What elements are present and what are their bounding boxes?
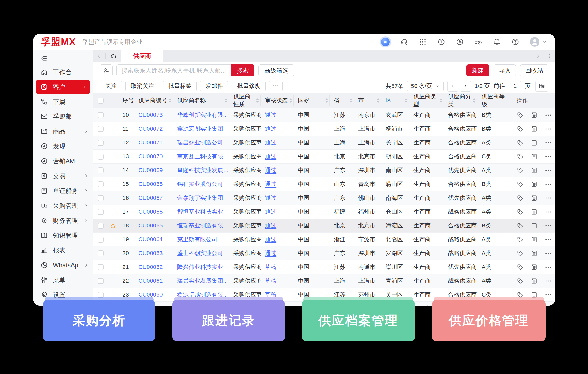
row-tag-button[interactable] xyxy=(517,264,524,271)
row-more-button[interactable] xyxy=(545,236,552,243)
row-tag-button[interactable] xyxy=(517,278,524,285)
row-more-button[interactable] xyxy=(545,125,552,132)
row-checkbox[interactable] xyxy=(98,112,104,118)
table-row[interactable]: 22CU00061瑞景实业发展集团...采购供应商草稿中国上海上海市青浦区生产商… xyxy=(93,274,555,288)
table-row[interactable]: 17CU00066智恒基业科技实业采购供应商通过中国福建福州市仓山区生产商战略供… xyxy=(93,205,555,219)
supplier-code-link[interactable]: CU00073 xyxy=(139,112,163,118)
sidebar-item-shipping[interactable]: 单证船务 xyxy=(33,183,93,198)
recycle-bin-button[interactable]: 回收站 xyxy=(520,64,548,76)
supplier-name-link[interactable]: 瑞景实业发展集团... xyxy=(177,277,228,285)
create-button[interactable]: 新建 xyxy=(466,64,489,76)
sidebar-item-marketing[interactable]: 营销AM xyxy=(33,154,93,168)
batch-tag-button[interactable]: 批量标签 xyxy=(163,81,197,91)
sort-icon[interactable] xyxy=(289,98,292,103)
audit-status-link[interactable]: 通过 xyxy=(265,111,276,119)
supplier-code-link[interactable]: CU00062 xyxy=(139,264,163,270)
prev-page-button[interactable] xyxy=(447,81,458,92)
row-checkbox[interactable] xyxy=(98,209,104,215)
row-detail-button[interactable] xyxy=(531,167,538,174)
notifications-icon[interactable] xyxy=(493,38,501,46)
table-row[interactable]: 14CU00069昌隆科技实业发展…采购供应商通过中国广东深圳市南山区生产商优先… xyxy=(93,164,555,177)
row-detail-button[interactable] xyxy=(531,139,538,146)
supplier-name-link[interactable]: 华峰创新实业有限... xyxy=(177,111,228,119)
row-checkbox[interactable] xyxy=(98,264,104,270)
search-input[interactable] xyxy=(116,64,231,76)
column-header[interactable]: 供应商性质 xyxy=(229,93,261,108)
row-tag-button[interactable] xyxy=(517,250,524,257)
tab-supplier[interactable]: 供应商 xyxy=(121,50,163,62)
supplier-code-link[interactable]: CU00069 xyxy=(139,167,163,174)
audit-status-link[interactable]: 通过 xyxy=(265,222,276,230)
column-settings-button[interactable] xyxy=(535,81,548,92)
feature-card[interactable]: 供应价格管理 xyxy=(432,300,546,341)
row-tag-button[interactable] xyxy=(517,236,524,243)
sidebar-item-discover[interactable]: 发现 xyxy=(33,139,93,154)
sidebar-item-goods[interactable]: 商品 xyxy=(33,124,93,139)
sort-icon[interactable] xyxy=(473,98,476,103)
column-header[interactable]: 供应商编号 xyxy=(134,93,173,108)
select-all-checkbox[interactable] xyxy=(98,98,104,104)
supplier-code-link[interactable]: CU00071 xyxy=(139,139,163,146)
supplier-name-link[interactable]: 隆兴伟业科技实业 xyxy=(177,263,223,271)
column-header[interactable]: 区 xyxy=(381,93,409,108)
row-detail-button[interactable] xyxy=(531,278,538,285)
table-row[interactable]: 12CU00071瑞昌盛业制造公司采购供应商通过中国上海上海市长宁区生产商合格供… xyxy=(93,136,555,150)
supplier-code-link[interactable]: CU00067 xyxy=(139,195,163,201)
collapse-sidebar-icon[interactable] xyxy=(40,55,47,62)
row-detail-button[interactable] xyxy=(531,222,538,229)
row-detail-button[interactable] xyxy=(531,112,538,119)
tab-back-button[interactable] xyxy=(93,50,105,62)
table-row[interactable]: 21CU00062隆兴伟业科技实业采购供应商草稿中国江苏南通市崇川区生产商优先供… xyxy=(93,260,555,274)
row-detail-button[interactable] xyxy=(531,264,538,271)
row-tag-button[interactable] xyxy=(517,167,524,174)
user-avatar-menu[interactable] xyxy=(530,37,547,47)
audit-status-link[interactable]: 通过 xyxy=(265,236,276,243)
supplier-name-link[interactable]: 鑫源卓越制造有限... xyxy=(177,291,228,299)
row-more-button[interactable] xyxy=(545,250,552,257)
row-checkbox[interactable] xyxy=(98,126,104,132)
supplier-code-link[interactable]: CU00061 xyxy=(139,278,163,284)
import-button[interactable]: 导入 xyxy=(494,64,516,76)
apps-grid-icon[interactable] xyxy=(419,38,427,46)
column-header[interactable]: 省 xyxy=(330,93,354,108)
sidebar-item-customer[interactable]: 客户 xyxy=(36,80,90,94)
audit-status-link[interactable]: 草稿 xyxy=(265,291,276,299)
audit-status-link[interactable]: 通过 xyxy=(265,166,276,174)
supplier-name-link[interactable]: 克里斯有限公司 xyxy=(177,236,217,243)
row-checkbox[interactable] xyxy=(98,292,104,298)
supplier-name-link[interactable]: 智恒基业科技实业 xyxy=(177,208,223,216)
row-detail-button[interactable] xyxy=(531,236,538,243)
search-button[interactable]: 搜索 xyxy=(231,64,254,76)
row-tag-button[interactable] xyxy=(517,125,524,132)
sort-icon[interactable] xyxy=(439,98,442,103)
supplier-code-link[interactable]: CU00068 xyxy=(139,181,163,188)
sidebar-item-finance[interactable]: 财务管理 xyxy=(33,213,93,228)
ai-assistant-icon[interactable]: AI xyxy=(381,38,390,46)
row-tag-button[interactable] xyxy=(517,112,524,119)
row-checkbox[interactable] xyxy=(98,154,104,160)
audit-status-link[interactable]: 草稿 xyxy=(265,277,276,285)
audit-status-link[interactable]: 通过 xyxy=(265,125,276,133)
audit-status-link[interactable]: 通过 xyxy=(265,208,276,216)
whatsapp-icon[interactable] xyxy=(456,38,464,46)
supplier-name-link[interactable]: 锦程实业股份公司 xyxy=(177,180,223,188)
row-tag-button[interactable] xyxy=(517,139,524,146)
row-detail-button[interactable] xyxy=(531,153,538,160)
column-header[interactable]: 供应商类型 xyxy=(409,93,444,108)
supplier-code-link[interactable]: CU00070 xyxy=(139,153,163,160)
sidebar-item-purchase[interactable]: 采购管理 xyxy=(33,198,93,213)
tab-scroll-right-button[interactable] xyxy=(532,50,544,62)
home-tab-button[interactable] xyxy=(106,50,121,62)
row-tag-button[interactable] xyxy=(517,153,524,160)
audit-status-link[interactable]: 通过 xyxy=(265,249,276,257)
table-row[interactable]: 10CU00073华峰创新实业有限...采购供应商通过中国江苏南京市玄武区生产商… xyxy=(93,108,555,122)
translate-chat-icon[interactable] xyxy=(437,38,445,46)
sort-icon[interactable] xyxy=(168,98,171,103)
table-row[interactable]: 18CU00065恒瑞基业制造有限…采购供应商通过中国北京北京市海淀区生产商合格… xyxy=(93,219,555,233)
tab-more-menu-button[interactable] xyxy=(544,50,555,62)
row-more-button[interactable] xyxy=(545,208,552,215)
sort-icon[interactable] xyxy=(349,98,352,103)
column-header[interactable]: 供应商分类 xyxy=(444,93,478,108)
support-headset-icon[interactable] xyxy=(400,38,408,46)
sort-icon[interactable] xyxy=(325,98,328,103)
